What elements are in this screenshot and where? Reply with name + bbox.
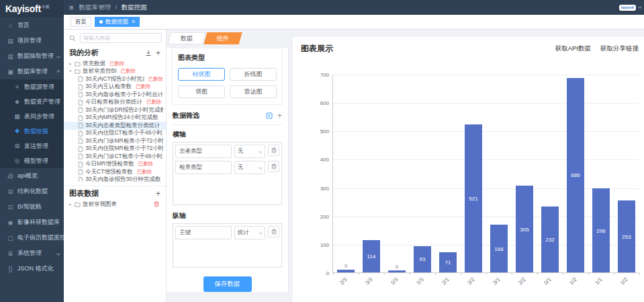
tree-item-row[interactable]: 30天内急诊报告30分钟完成数 [64,176,166,182]
filter-copy-icon[interactable] [266,112,273,119]
sidebar-item-api[interactable]: @api概览 [0,168,64,184]
tree-item-row[interactable]: 30天内互认检查数已删除 [64,83,166,91]
bar-0-1[interactable]: 232 [541,206,559,272]
file-icon [78,177,83,182]
file-icon [78,161,83,167]
bar-3-3[interactable]: 114 [363,240,380,272]
user-avatar[interactable]: kayisoft [619,5,636,11]
sidebar-item-mining[interactable]: ✚数据挖掘 [0,124,64,139]
bar-3-1[interactable]: 168 [490,225,508,272]
config-tab-data[interactable]: 数据 [167,32,205,44]
sidebar-item-structured[interactable]: ⊟结构化数据 [0,184,64,199]
breadcrumb-item[interactable]: 数据库管理 [79,3,111,11]
trash-icon[interactable] [268,161,279,172]
tab-home[interactable]: 首页 [71,17,91,27]
download-icon[interactable] [145,50,152,56]
chevron-down-icon[interactable] [638,5,642,9]
tree-item-label: 今天CT增强检查数 [85,168,133,176]
search-input[interactable] [80,33,162,43]
tree-item-row[interactable]: 今日检查检验分类统计已删除 [64,99,166,107]
tree-item-row[interactable]: 30天内门诊DR报告2小时完成数 [64,106,166,114]
tab-data-mining[interactable]: 数据挖掘× [95,17,140,27]
tree-item-row[interactable]: 30天内住院CT检查小于48小时总计 [64,130,166,138]
sidebar-item-bi[interactable]: ⊡BI驾驶舱 [0,199,64,215]
y-axis-tick-label: 0 [306,270,329,276]
add-filter-icon[interactable]: + [277,112,282,120]
sidebar-item-datasource[interactable]: ≡数据源管理 [0,79,64,94]
sidebar-item-label: JSON 格式化 [17,264,54,273]
caret-down-icon[interactable]: ▾ [69,69,75,74]
x-axis-tick [614,272,614,275]
add-analysis-icon[interactable]: + [156,49,160,57]
close-icon[interactable]: × [132,19,135,25]
aggregation-select[interactable]: 无 [234,161,265,174]
sidebar-item-json[interactable]: {}JSON 格式化 [0,261,64,276]
sidebar-item-database[interactable]: ▣数据库管理 [0,64,64,79]
tree-item-label: 放射室视图表 [83,200,117,209]
hamburger-icon[interactable]: ≡ [69,3,73,11]
tree-item-row[interactable]: 30天内住院MR检查小于72小时总计 [64,145,166,153]
sidebar-item-imaging[interactable]: ◉影像科研数据库 [0,215,64,230]
bar-0-3[interactable]: 6 [388,270,406,272]
field-name-box[interactable]: 患者类型 [175,145,232,158]
tree-item-row[interactable]: 30天内急诊检查小于1小时总计 [64,91,166,99]
save-data-button[interactable]: 保存数据 [203,276,252,292]
tree-item-row[interactable]: 30天内MR报告24小时完成数 [64,114,166,122]
bar-3-2[interactable]: 521 [465,124,482,272]
model-icon: ◎ [13,157,21,164]
tree-folder-row[interactable]: ▾放射室质控BI已删除 [64,68,166,76]
file-icon [78,115,83,121]
caret-right-icon[interactable]: ▸ [69,61,75,67]
select-value: 统计 [238,229,249,237]
trash-icon[interactable] [268,145,279,156]
chart-type-line-button[interactable]: 折线图 [230,68,277,81]
tree-item-row[interactable]: 30天内门诊CT检查小于48小时总计 [64,153,166,161]
bar-2-3[interactable]: 9 [337,270,355,272]
bar-1-2[interactable]: 686 [567,78,584,272]
aggregation-select[interactable]: 无 [234,145,265,158]
sidebar-item-algorithm[interactable]: ⊞算法管理 [0,139,64,153]
trash-icon[interactable] [268,226,279,237]
sidebar-item-label: 结构化数据 [17,187,48,196]
chart-type-bar-button[interactable]: 柱状图 [178,68,225,81]
sidebar-item-system[interactable]: ≣系统管理 [0,246,64,261]
file-icon [78,100,83,106]
field-name-box[interactable]: 检查类型 [175,161,232,174]
tree-item-row[interactable]: 今天CT增强检查数已删除 [64,168,166,176]
caret-right-icon[interactable]: ▸ [69,202,75,207]
bar-value-label: 168 [490,246,508,252]
aggregation-select[interactable]: 统计 [234,226,265,239]
sidebar-item-project[interactable]: ▤项目管理 [0,33,64,48]
bar-2-2[interactable]: 305 [516,186,533,272]
chart-data-tree: ▸放射室视图表 [64,200,166,209]
bar-0-2[interactable]: 253 [618,200,635,272]
sidebar-item-emr[interactable]: ▢电子病历数据质控 [0,230,64,246]
tree-folder-row[interactable]: ▸放射室视图表 [64,200,166,209]
tree-folder-row[interactable]: ▸填充数据已删除 [64,60,166,68]
tree-item-row[interactable]: 30天内患者类型检查分类统计 [64,122,166,130]
add-chart-data-icon[interactable]: + [156,190,160,198]
sidebar-item-model[interactable]: ◎模型管理 [0,153,64,168]
field-name-box[interactable]: 主键 [175,226,232,239]
file-icon [78,153,83,159]
sidebar-item-home[interactable]: ⌂首页 [0,17,64,33]
tree-item-row[interactable]: 今日MR增强检查数已删除 [64,161,166,169]
chart-type-pie-button[interactable]: 饼图 [178,85,225,98]
trash-icon[interactable] [154,201,159,207]
main-column: ≡ 数据库管理 / 数据挖掘 kayisoft 首页数据挖掘× [64,0,644,302]
sidebar-item-table-sync[interactable]: ▦表同步管理 [0,109,64,124]
sidebar-item-asset[interactable]: ◈数据资产管理 [0,94,64,109]
tree-item-label: 今日MR增强检查数 [85,161,134,169]
sidebar-item-extract[interactable]: ▥数据抽取管理 [0,48,64,64]
get-api-data-link[interactable]: 获取API数据 [555,44,591,53]
search-icon[interactable] [68,34,77,43]
bar-1-1[interactable]: 296 [592,188,610,272]
tree-item-row[interactable]: 30天内CT报告2小时完成数已删除 [64,75,166,83]
chart-type-radar-button[interactable]: 雷达图 [230,85,277,98]
tree-item-row[interactable]: 30天内门诊MR检查小于72小时总计 [64,137,166,145]
bar-value-label: 9 [337,263,355,269]
bar-1-3[interactable]: 93 [414,246,431,272]
get-share-link[interactable]: 获取分享链接 [600,44,639,53]
bar-2-1[interactable]: 71 [439,252,457,272]
config-tab-component[interactable]: 组件 [203,32,242,44]
